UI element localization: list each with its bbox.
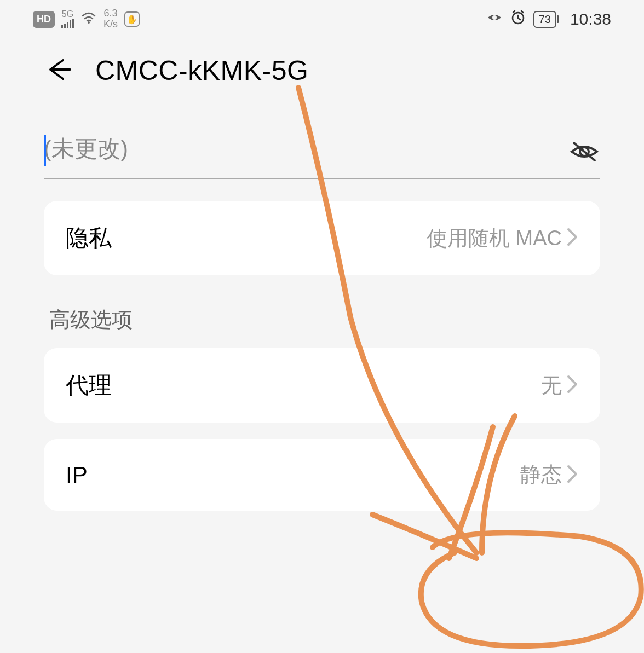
ip-label: IP xyxy=(66,462,88,488)
header: CMCC-kKMK-5G xyxy=(0,38,644,103)
status-right: 73 10:38 xyxy=(486,9,611,29)
speed-value: 6.3 xyxy=(104,8,118,19)
wifi-icon xyxy=(81,10,97,28)
password-input[interactable] xyxy=(44,136,600,162)
signal-5g-icon: 5G xyxy=(61,10,74,28)
svg-line-4 xyxy=(574,143,595,160)
page-title: CMCC-kKMK-5G xyxy=(95,55,308,86)
eye-status-icon xyxy=(486,9,503,29)
ip-setting-row[interactable]: IP 静态 xyxy=(44,439,600,511)
clock-time: 10:38 xyxy=(570,10,611,28)
network-speed: 6.3 K/s xyxy=(104,8,118,30)
visibility-toggle-button[interactable] xyxy=(568,138,600,167)
password-section xyxy=(44,136,600,179)
status-left: HD 5G 6.3 K/s ✋ xyxy=(33,8,140,30)
input-cursor xyxy=(44,135,46,166)
network-type-label: 5G xyxy=(62,10,73,19)
privacy-label: 隐私 xyxy=(66,223,112,253)
proxy-value: 无 xyxy=(541,372,562,400)
back-button[interactable] xyxy=(44,55,73,86)
svg-point-1 xyxy=(492,15,497,20)
status-bar: HD 5G 6.3 K/s ✋ 73 xyxy=(0,0,644,38)
hd-badge: HD xyxy=(33,11,55,28)
proxy-label: 代理 xyxy=(66,370,112,401)
chevron-right-icon xyxy=(566,374,578,396)
eye-slash-icon xyxy=(568,157,600,166)
battery-level: 73 xyxy=(533,11,556,28)
ip-value: 静态 xyxy=(520,461,562,489)
privacy-setting-row[interactable]: 隐私 使用随机 MAC xyxy=(44,201,600,275)
proxy-setting-row[interactable]: 代理 无 xyxy=(44,348,600,423)
svg-point-0 xyxy=(88,21,90,24)
speed-unit: K/s xyxy=(104,19,118,30)
hand-block-icon: ✋ xyxy=(124,11,140,27)
chevron-right-icon xyxy=(566,464,578,486)
battery-indicator: 73 xyxy=(533,11,559,28)
content-area: 隐私 使用随机 MAC 高级选项 代理 无 IP 静态 xyxy=(0,103,644,511)
alarm-clock-icon xyxy=(510,10,526,28)
chevron-right-icon xyxy=(566,227,578,249)
advanced-section-label: 高级选项 xyxy=(44,292,600,348)
privacy-value: 使用随机 MAC xyxy=(427,224,562,252)
